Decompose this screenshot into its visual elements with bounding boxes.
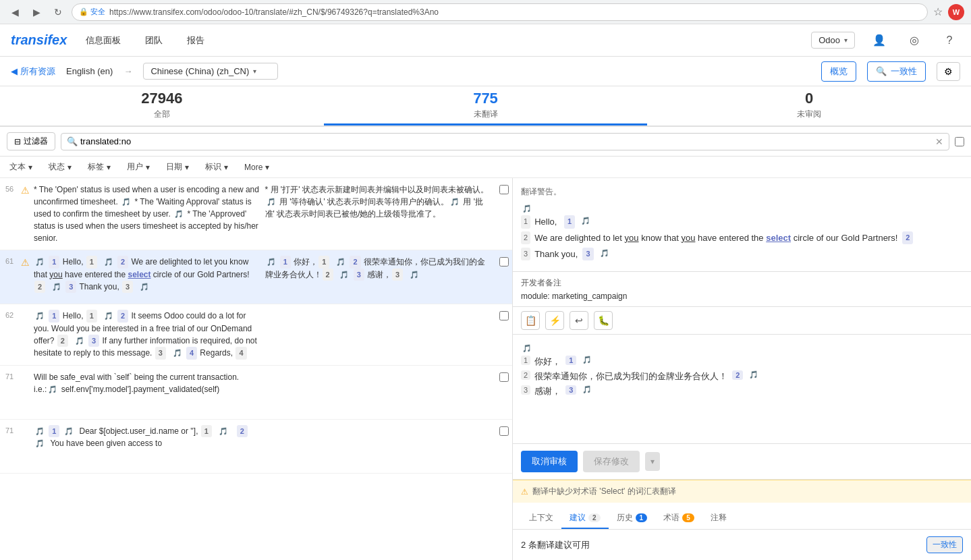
string-source: 🎵 1 🎵 Dear $[object.user_id.name or ''],… bbox=[34, 425, 260, 468]
cancel-review-button[interactable]: 取消审核 bbox=[521, 451, 578, 472]
app-header: transifex 信息面板 团队 报告 Odoo ▾ 👤 ◎ ? bbox=[0, 24, 971, 57]
trans-text-3: 感谢， bbox=[534, 385, 561, 397]
tab-terms[interactable]: 术语 5 bbox=[655, 508, 702, 529]
main-area: 56 ⚠ * The 'Open' status is used when a … bbox=[0, 178, 971, 560]
sub-header: ◀ 所有资源 English (en) → Chinese (China) (z… bbox=[0, 57, 971, 86]
stat-untranslated[interactable]: 775 未翻译 bbox=[324, 86, 648, 125]
string-item[interactable]: 56 ⚠ * The 'Open' status is used when a … bbox=[0, 178, 512, 250]
tag-badge: 2 bbox=[732, 370, 743, 380]
auto-translate-button[interactable]: ⚡ bbox=[545, 311, 564, 330]
item-checkbox[interactable] bbox=[499, 257, 509, 267]
source-line-2: 2 We are delighted to let you know that … bbox=[521, 231, 963, 246]
source-text-3: Thank you, bbox=[534, 248, 578, 262]
col-header-date[interactable]: 日期 ▾ bbox=[163, 160, 192, 174]
nav-dashboard[interactable]: 信息面板 bbox=[80, 32, 126, 49]
string-number: 71 bbox=[0, 420, 19, 473]
source-text-2: We are delighted to let you know that yo… bbox=[534, 231, 897, 246]
string-content: 🎵 1 Hello, 1 🎵 2 We are delighted to let… bbox=[31, 250, 496, 304]
trans-line-2: 2 很荣幸通知你，你已成为我们的金牌业务合伙人！ 2 🎵 bbox=[521, 370, 963, 383]
string-source: Will be safe_eval with `self` being the … bbox=[34, 371, 260, 414]
string-checkbox[interactable] bbox=[496, 420, 512, 473]
string-item[interactable]: 71 ⚠ 🎵 1 🎵 Dear $[object.user_id.name or… bbox=[0, 420, 512, 474]
undo-button[interactable]: ↩ bbox=[570, 311, 588, 330]
browser-profile[interactable]: W bbox=[948, 4, 964, 20]
save-dropdown-button[interactable]: ▾ bbox=[645, 452, 660, 471]
tag-badge: 3 bbox=[582, 248, 593, 261]
col-header-user[interactable]: 用户 ▾ bbox=[124, 160, 152, 174]
warning-icon: ⚠ bbox=[19, 420, 31, 473]
filter-toggle-button[interactable]: ⊟ 过滤器 bbox=[7, 132, 55, 150]
back-to-resources[interactable]: ◀ 所有资源 bbox=[11, 65, 55, 78]
column-headers: 文本 ▾ 状态 ▾ 标签 ▾ 用户 ▾ 日期 ▾ 标识 ▾ More ▾ bbox=[0, 157, 971, 178]
help-button[interactable]: ? bbox=[939, 30, 960, 51]
save-changes-button[interactable]: 保存修改 bbox=[583, 451, 640, 472]
string-item[interactable]: 62 ⚠ 🎵 1 Hello, 1 🎵 2 It seems Odoo coul… bbox=[0, 304, 512, 366]
nav-team[interactable]: 团队 bbox=[140, 32, 168, 49]
line-number: 2 bbox=[521, 370, 530, 380]
forward-button[interactable]: ▶ bbox=[28, 4, 45, 20]
item-checkbox[interactable] bbox=[499, 311, 509, 320]
tab-history[interactable]: 历史 1 bbox=[609, 508, 656, 529]
col-header-tags[interactable]: 标签 ▾ bbox=[85, 160, 113, 174]
refresh-button[interactable]: ↻ bbox=[50, 4, 66, 20]
tag-badge: 2 bbox=[902, 231, 913, 245]
string-content: 🎵 1 Hello, 1 🎵 2 It seems Odoo could do … bbox=[31, 304, 496, 365]
project-selector[interactable]: Odoo ▾ bbox=[811, 32, 855, 49]
search-input[interactable] bbox=[80, 136, 935, 146]
col-header-more[interactable]: More ▾ bbox=[242, 161, 272, 173]
string-item[interactable]: 71 ⚠ Will be safe_eval with `self` being… bbox=[0, 366, 512, 420]
target-language-label: Chinese (China) (zh_CN) bbox=[150, 66, 249, 76]
tab-notes[interactable]: 注释 bbox=[702, 508, 735, 529]
item-checkbox[interactable] bbox=[499, 185, 509, 194]
bug-button[interactable]: 🐛 bbox=[594, 311, 613, 330]
browser-bar: ◀ ▶ ↻ 🔒 安全 https://www.transifex.com/odo… bbox=[0, 0, 971, 24]
stat-total[interactable]: 27946 全部 bbox=[0, 86, 324, 125]
col-header-text[interactable]: 文本 ▾ bbox=[7, 160, 35, 174]
settings-button[interactable]: ⚙ bbox=[937, 62, 960, 81]
string-item[interactable]: 61 ⚠ 🎵 1 Hello, 1 🎵 2 We are delighted t… bbox=[0, 250, 512, 304]
search-clear-icon[interactable]: ✕ bbox=[935, 136, 943, 147]
user-avatar-button[interactable]: 👤 bbox=[868, 30, 890, 51]
string-checkbox[interactable] bbox=[496, 366, 512, 419]
chevron-down-icon: ▾ bbox=[107, 163, 111, 172]
tab-context[interactable]: 上下文 bbox=[521, 508, 561, 529]
stat-unreviewed[interactable]: 0 未审阅 bbox=[647, 86, 971, 125]
nav-reports[interactable]: 报告 bbox=[182, 32, 210, 49]
search-bar[interactable]: 🔍 ✕ bbox=[61, 133, 949, 150]
tag-badge: 3 bbox=[565, 385, 576, 395]
address-bar[interactable]: 🔒 安全 https://www.transifex.com/odoo/odoo… bbox=[72, 3, 928, 21]
total-label: 全部 bbox=[154, 109, 170, 120]
copy-button[interactable]: 📋 bbox=[521, 311, 540, 330]
bookmark-icon[interactable]: ☆ bbox=[933, 5, 943, 18]
suggestions-count-text: 2 条翻译建议可用 bbox=[521, 539, 590, 551]
string-checkbox[interactable] bbox=[496, 304, 512, 365]
compass-button[interactable]: ◎ bbox=[904, 30, 925, 51]
secure-icon: 🔒 安全 bbox=[79, 7, 105, 17]
item-checkbox[interactable] bbox=[499, 372, 509, 382]
overview-button[interactable]: 概览 bbox=[821, 61, 856, 82]
consistency-link-button[interactable]: 一致性 bbox=[926, 536, 963, 553]
source-language: English (en) bbox=[66, 66, 113, 76]
string-checkbox[interactable] bbox=[496, 250, 512, 304]
search-icon: 🔍 bbox=[67, 136, 78, 146]
tab-suggestions[interactable]: 建议 2 bbox=[561, 508, 609, 529]
target-language-selector[interactable]: Chinese (China) (zh_CN) ▾ bbox=[143, 63, 278, 80]
col-header-mark[interactable]: 标识 ▾ bbox=[202, 160, 231, 174]
chevron-down-icon: ▾ bbox=[224, 163, 228, 172]
line-number: 1 bbox=[521, 215, 530, 229]
tab-terms-badge: 5 bbox=[682, 513, 694, 522]
back-button[interactable]: ◀ bbox=[7, 4, 23, 20]
filter-icon: ⊟ bbox=[14, 137, 21, 146]
chevron-down-icon: ▾ bbox=[67, 163, 72, 172]
tab-context-label: 上下文 bbox=[529, 512, 553, 524]
translation-editor[interactable]: 🎵 1 你好， 1 🎵 2 很荣幸通知你，你已成为我们的金牌业务合伙人！ 2 🎵… bbox=[513, 335, 971, 444]
string-number: 71 bbox=[0, 366, 19, 419]
select-all-checkbox[interactable] bbox=[955, 137, 964, 146]
col-header-status[interactable]: 状态 ▾ bbox=[46, 160, 74, 174]
lang-chevron-icon: ▾ bbox=[253, 67, 256, 75]
consistency-button[interactable]: 🔍 一致性 bbox=[867, 61, 926, 82]
chevron-down-icon: ▾ bbox=[185, 163, 189, 172]
string-checkbox[interactable] bbox=[496, 178, 512, 250]
item-checkbox[interactable] bbox=[499, 426, 509, 436]
music-note-icon: 🎵 bbox=[522, 344, 532, 352]
